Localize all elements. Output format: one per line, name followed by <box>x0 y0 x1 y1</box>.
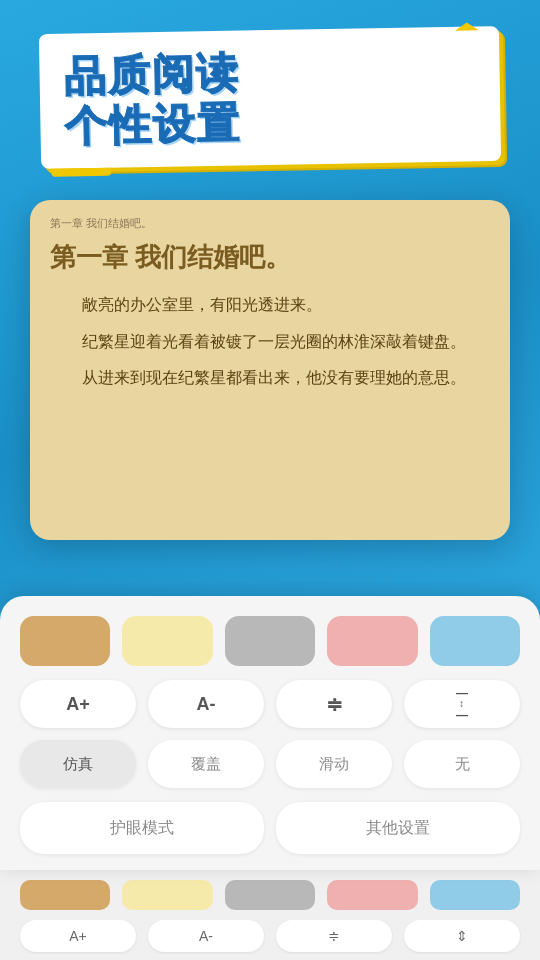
bottom-swatch-4 <box>327 880 417 910</box>
color-swatch-row <box>20 616 520 666</box>
title-banner: 品质阅读 个性设置 <box>39 26 501 169</box>
line-spacing-icon: ≑ <box>326 692 343 716</box>
mode-none-button[interactable]: 无 <box>404 740 520 788</box>
reader-content: 敞亮的办公室里，有阳光透进来。 纪繁星迎着光看着被镀了一层光圈的林淮深敲着键盘。… <box>50 291 490 393</box>
bottom-swatch-5 <box>430 880 520 910</box>
bottom-swatch-1 <box>20 880 110 910</box>
reader-chapter-title: 第一章 我们结婚吧。 <box>50 241 490 275</box>
bottom-color-row <box>20 880 520 910</box>
mode-simulate-button[interactable]: 仿真 <box>20 740 136 788</box>
bottom-bar: A+ A- ≑ ⇕ <box>0 870 540 960</box>
mode-cover-button[interactable]: 覆盖 <box>148 740 264 788</box>
bottom-ctrl-a-plus: A+ <box>20 920 136 952</box>
eye-care-button[interactable]: 护眼模式 <box>20 802 264 854</box>
para-spacing-button[interactable]: — ↕ — <box>404 680 520 728</box>
title-line2: 个性设置 <box>64 95 477 153</box>
line-spacing-button[interactable]: ≑ <box>276 680 392 728</box>
title-line1: 品质阅读 <box>63 50 240 100</box>
reader-para-3: 从进来到现在纪繁星都看出来，他没有要理她的意思。 <box>50 364 490 393</box>
bottom-ctrl-line-spacing: ≑ <box>276 920 392 952</box>
color-swatch-blue[interactable] <box>430 616 520 666</box>
reader-para-1: 敞亮的办公室里，有阳光透进来。 <box>50 291 490 320</box>
bottom-swatch-2 <box>122 880 212 910</box>
reader-header: 第一章 我们结婚吧。 <box>50 216 490 231</box>
action-row: 护眼模式 其他设置 <box>20 802 520 854</box>
title-text: 品质阅读 个性设置 <box>63 44 477 152</box>
bottom-swatch-3 <box>225 880 315 910</box>
bottom-ctrl-a-minus: A- <box>148 920 264 952</box>
reader-para-2: 纪繁星迎着光看着被镀了一层光圈的林淮深敲着键盘。 <box>50 328 490 357</box>
bottom-control-row: A+ A- ≑ ⇕ <box>20 920 520 952</box>
font-size-decrease-button[interactable]: A- <box>148 680 264 728</box>
other-settings-button[interactable]: 其他设置 <box>276 802 520 854</box>
bottom-ctrl-para-spacing: ⇕ <box>404 920 520 952</box>
para-spacing-icon: — ↕ — <box>456 687 468 721</box>
font-size-increase-button[interactable]: A+ <box>20 680 136 728</box>
settings-panel: A+ A- ≑ — ↕ — 仿真 覆盖 滑动 无 护眼模式 其他设置 <box>0 596 540 870</box>
mode-scroll-button[interactable]: 滑动 <box>276 740 392 788</box>
color-swatch-pink[interactable] <box>327 616 417 666</box>
font-control-row: A+ A- ≑ — ↕ — <box>20 680 520 728</box>
page-turn-mode-row: 仿真 覆盖 滑动 无 <box>20 740 520 788</box>
color-swatch-gray[interactable] <box>225 616 315 666</box>
reader-card: 第一章 我们结婚吧。 第一章 我们结婚吧。 敞亮的办公室里，有阳光透进来。 纪繁… <box>30 200 510 540</box>
color-swatch-tan[interactable] <box>20 616 110 666</box>
color-swatch-yellow[interactable] <box>122 616 212 666</box>
